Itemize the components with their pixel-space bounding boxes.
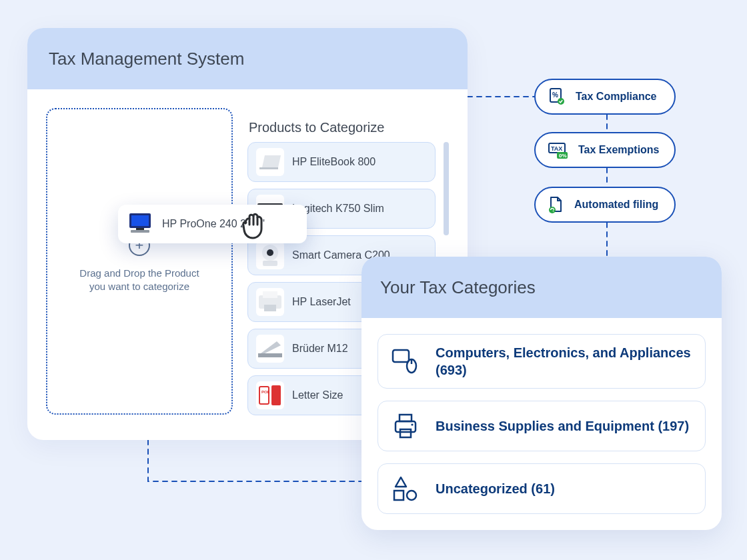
svg-text:TAX: TAX [551,145,562,152]
compliance-icon: % [548,87,566,106]
tax-exemptions-pill[interactable]: TAX 0% Tax Exemptions [534,132,676,168]
category-label: Uncategorized (61) [436,480,555,497]
svg-rect-14 [271,385,281,405]
dropzone-hint: Drag and Drop the Product you want to ca… [73,267,206,294]
svg-rect-9 [264,305,276,311]
svg-marker-0 [262,155,281,167]
svg-rect-30 [400,415,412,421]
category-label: Business Supplies and Equipment (197) [436,417,689,435]
svg-rect-8 [263,291,277,298]
printer-icon [256,288,284,316]
svg-rect-17 [136,228,144,230]
svg-marker-11 [261,341,281,353]
pill-label: Automated filing [574,199,658,211]
categories-title: Your Tax Categories [380,277,536,298]
dropzone[interactable]: + Drag and Drop the Product you want to … [46,108,233,415]
product-item[interactable]: HP EliteBook 800 [247,142,436,182]
main-panel-title: Tax Management System [49,49,244,69]
svg-rect-27 [393,350,409,362]
tax-categories-panel: Your Tax Categories Computers, Electroni… [361,257,722,530]
pill-label: Tax Exemptions [578,144,660,156]
svg-rect-32 [400,429,411,437]
product-name: Brüder M12 [292,343,348,355]
svg-rect-10 [258,353,282,357]
camera-icon [256,241,284,269]
svg-point-36 [407,491,416,500]
printer-category-icon [390,411,421,441]
grab-cursor-icon [235,209,269,242]
categories-header: Your Tax Categories [361,257,722,318]
svg-rect-31 [396,421,416,432]
products-scrollbar[interactable] [444,142,449,235]
computer-mouse-icon [390,346,421,377]
svg-point-33 [411,423,413,425]
product-name: HP EliteBook 800 [292,156,376,168]
svg-marker-34 [396,477,406,487]
stapler-icon [256,335,284,363]
category-item[interactable]: Computers, Electronics, and Appliances (… [378,334,706,389]
svg-rect-12 [259,387,269,404]
dragging-product[interactable]: HP ProOne 240 23.8" [118,205,307,243]
paper-ream-icon: POL [256,381,284,409]
automated-filing-pill[interactable]: Automated filing [534,187,676,223]
filing-icon [548,195,565,214]
svg-text:%: % [552,91,558,99]
product-name: HP LaserJet [292,296,351,308]
svg-point-5 [267,249,273,256]
svg-point-26 [549,207,556,213]
svg-text:0%: 0% [559,153,567,159]
svg-rect-18 [131,230,149,233]
svg-text:POL: POL [261,390,270,394]
svg-rect-16 [131,215,149,226]
category-item[interactable]: Uncategorized (61) [378,463,706,514]
svg-rect-6 [263,261,277,266]
all-in-one-pc-icon [126,210,154,238]
products-heading: Products to Categorize [249,120,449,135]
laptop-icon [256,148,284,176]
tax-compliance-pill[interactable]: % Tax Compliance [534,79,676,115]
product-name: Letter Size [292,389,343,401]
exemptions-icon: TAX 0% [548,141,569,159]
main-panel-header: Tax Management System [27,28,468,89]
pill-label: Tax Compliance [576,91,657,103]
svg-rect-35 [394,491,404,500]
shapes-icon [390,473,421,504]
svg-rect-1 [259,167,278,169]
category-label: Computers, Electronics, and Appliances (… [436,344,693,379]
category-item[interactable]: Business Supplies and Equipment (197) [378,401,706,451]
